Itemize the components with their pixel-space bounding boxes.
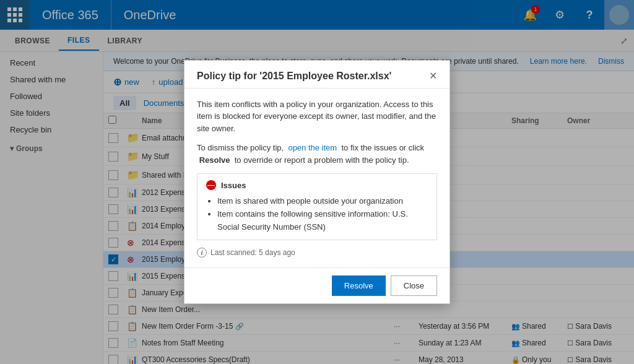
issues-label: Issues xyxy=(221,181,246,190)
modal-title: Policy tip for '2015 Employee Roster.xls… xyxy=(197,71,391,82)
issues-section: — Issues Item is shared with people outs… xyxy=(197,173,437,240)
issues-header: — Issues xyxy=(206,180,428,190)
resolve-button[interactable]: Resolve xyxy=(332,275,386,296)
info-icon: i xyxy=(197,248,207,258)
modal-footer: Resolve Close xyxy=(185,267,449,303)
modal-overlay: Policy tip for '2015 Employee Roster.xls… xyxy=(0,0,634,364)
issues-error-icon: — xyxy=(206,180,216,190)
modal-header: Policy tip for '2015 Employee Roster.xls… xyxy=(185,61,449,89)
para2-text1: To dismiss the policy tip, xyxy=(197,143,284,152)
scan-info: i Last scanned: 5 days ago xyxy=(197,248,437,258)
issue-item: Item contains the following sensitive in… xyxy=(217,208,428,234)
resolve-inline-label: Resolve xyxy=(199,155,230,165)
para2-text3: to override or report a problem with the… xyxy=(235,155,409,165)
scan-text: Last scanned: 5 days ago xyxy=(211,248,295,257)
modal-paragraph-1: This item conflicts with a policy in you… xyxy=(197,98,437,135)
modal-paragraph-2: To dismiss the policy tip, open the item… xyxy=(197,142,437,166)
close-button[interactable]: Close xyxy=(391,275,437,296)
para2-text2: to fix the issues or click xyxy=(341,143,424,152)
modal-body: This item conflicts with a policy in you… xyxy=(185,89,449,268)
issue-item: Item is shared with people outside your … xyxy=(217,195,428,208)
issues-list: Item is shared with people outside your … xyxy=(206,195,428,233)
policy-tip-modal: Policy tip for '2015 Employee Roster.xls… xyxy=(184,60,450,305)
modal-close-button[interactable]: ✕ xyxy=(429,71,437,81)
open-item-link[interactable]: open the item xyxy=(288,143,337,152)
